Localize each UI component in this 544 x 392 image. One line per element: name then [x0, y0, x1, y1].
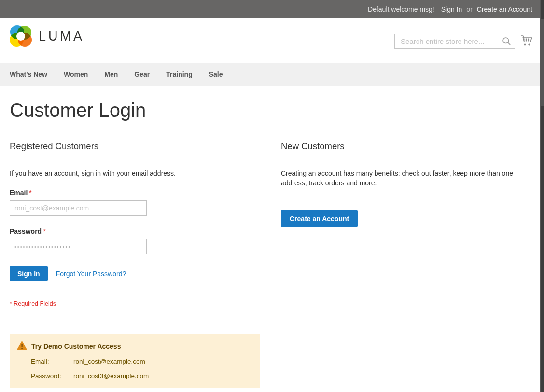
- nav-item-gear[interactable]: Gear: [134, 70, 150, 78]
- nav-item-training[interactable]: Training: [166, 70, 192, 78]
- email-label: Email*: [10, 189, 261, 196]
- nav-item-men[interactable]: Men: [104, 70, 118, 78]
- top-bar: Default welcome msg! Sign In or Create a…: [0, 0, 544, 18]
- email-required-asterisk: *: [29, 189, 31, 196]
- scrollbar[interactable]: [540, 0, 544, 392]
- password-input[interactable]: [10, 239, 147, 254]
- new-customers-text: Creating an account has many benefits: c…: [281, 168, 532, 188]
- nav-item-women[interactable]: Women: [64, 70, 88, 78]
- sign-in-button[interactable]: Sign In: [10, 266, 48, 281]
- password-required-asterisk: *: [43, 227, 45, 235]
- create-account-button[interactable]: Create an Account: [281, 210, 358, 227]
- demo-email-value: roni_cost@example.com: [73, 358, 145, 365]
- login-note: If you have an account, sign in with you…: [10, 168, 261, 178]
- welcome-message: Default welcome msg!: [368, 5, 434, 13]
- login-actions: Sign In Forgot Your Password?: [10, 266, 261, 281]
- page-title: Customer Login: [10, 98, 532, 122]
- warning-icon: [17, 341, 27, 350]
- demo-notice-title: Try Demo Customer Access: [31, 342, 121, 350]
- luma-logo-text: LUMA: [39, 29, 84, 44]
- demo-email-row: Email: roni_cost@example.com: [17, 358, 251, 365]
- email-field-group: Email*: [10, 189, 261, 216]
- search-icon[interactable]: [502, 37, 511, 46]
- topbar-or-text: or: [466, 5, 472, 13]
- search-input[interactable]: [394, 34, 515, 49]
- required-fields-note: * Required Fields: [10, 300, 261, 307]
- main-content: Customer Login Registered Customers If y…: [0, 98, 544, 388]
- new-customers-heading: New Customers: [281, 141, 532, 158]
- forgot-password-link[interactable]: Forgot Your Password?: [56, 270, 126, 278]
- demo-password-value: roni_cost3@example.com: [73, 372, 149, 379]
- topbar-sign-in-link[interactable]: Sign In: [441, 5, 462, 13]
- registered-customers-heading: Registered Customers: [10, 141, 261, 158]
- demo-email-label: Email:: [31, 358, 73, 365]
- scrollbar-thumb[interactable]: [541, 19, 544, 106]
- demo-password-row: Password: roni_cost3@example.com: [17, 372, 251, 379]
- password-label: Password*: [10, 227, 261, 235]
- new-customers-block: New Customers Creating an account has ma…: [281, 141, 532, 388]
- header: LUMA: [0, 18, 544, 63]
- luma-logo[interactable]: LUMA: [10, 25, 84, 48]
- registered-customers-block: Registered Customers If you have an acco…: [10, 141, 261, 388]
- nav-item-sale[interactable]: Sale: [209, 70, 223, 78]
- cart-icon[interactable]: [520, 34, 533, 47]
- topbar-create-account-link[interactable]: Create an Account: [477, 5, 532, 13]
- demo-password-label: Password:: [31, 372, 73, 379]
- nav-item-whats-new[interactable]: What's New: [10, 70, 47, 78]
- password-field-group: Password*: [10, 227, 261, 254]
- luma-logo-icon: [10, 25, 32, 48]
- demo-access-notice: Try Demo Customer Access Email: roni_cos…: [10, 334, 260, 388]
- search-box: [394, 34, 515, 49]
- main-navigation: What's New Women Men Gear Training Sale: [0, 63, 544, 86]
- email-input[interactable]: [10, 200, 147, 216]
